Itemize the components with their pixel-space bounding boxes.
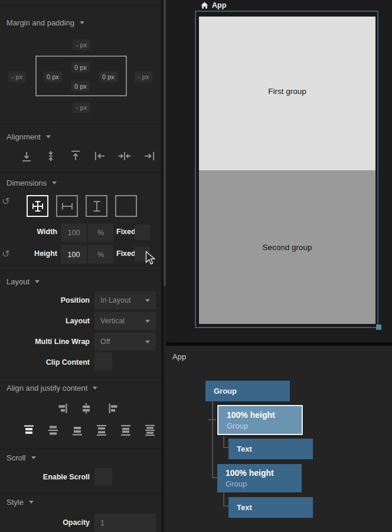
content-bottom-button[interactable]	[70, 423, 85, 438]
tree-node-label: 100% height	[227, 410, 302, 421]
section-header-alignment[interactable]: Alignment	[6, 132, 51, 141]
section-title: Align and justify content	[6, 384, 87, 392]
multi-line-wrap-label: Multi Line Wrap	[0, 338, 90, 346]
center-vertically-button[interactable]	[43, 148, 58, 164]
content-center-button[interactable]	[45, 423, 61, 438]
section-header-margin-padding[interactable]: Margin and padding	[6, 18, 84, 27]
section-divider	[0, 172, 161, 173]
justify-items-right-button[interactable]	[54, 401, 70, 416]
tree-connector	[223, 492, 224, 507]
fill-height-icon	[90, 200, 103, 213]
section-divider	[0, 377, 161, 378]
section-header-scroll[interactable]: Scroll	[6, 453, 36, 462]
chevron-down-icon	[35, 280, 40, 283]
second-group-element[interactable]: Second group	[199, 170, 375, 324]
layout-label: Layout	[0, 317, 90, 325]
space-around-icon	[120, 424, 132, 436]
layout-dropdown[interactable]: Vertical	[94, 312, 156, 330]
chevron-down-icon	[145, 299, 150, 302]
content-bottom-icon	[71, 424, 83, 436]
width-input[interactable]: 100	[61, 223, 87, 242]
tree-node-100-height-group-1[interactable]: 100% height Group	[217, 405, 303, 435]
justify-items-left-icon	[108, 403, 120, 414]
size-mode-fixed-button[interactable]	[115, 195, 137, 217]
multi-line-wrap-dropdown[interactable]: Off	[94, 333, 156, 351]
tree-node-label: Text	[237, 445, 252, 453]
space-between-button[interactable]	[94, 423, 109, 438]
height-fixed-label: Fixed	[116, 249, 136, 258]
section-title: Layout	[6, 277, 30, 286]
section-header-style[interactable]: Style	[6, 498, 34, 507]
tree-node-100-height-group-2[interactable]: 100% height Group	[217, 464, 302, 492]
width-fixed-checkbox[interactable]	[135, 225, 150, 240]
section-header-layout[interactable]: Layout	[6, 277, 40, 286]
width-label: Width	[0, 228, 57, 236]
align-bottom-button[interactable]	[19, 148, 34, 164]
chevron-down-icon	[145, 320, 150, 323]
opacity-input[interactable]: 1	[94, 514, 156, 532]
enable-scroll-checkbox[interactable]	[94, 468, 112, 486]
chevron-down-icon	[46, 135, 51, 138]
align-right-button[interactable]	[141, 148, 156, 164]
canvas-breadcrumb[interactable]: App	[201, 1, 226, 9]
justify-items-left-button[interactable]	[106, 401, 122, 416]
size-mode-fill-both-button[interactable]	[27, 195, 48, 217]
tree-node-sublabel: Group	[226, 479, 302, 489]
center-horizontally-button[interactable]	[117, 148, 132, 164]
section-header-align-justify[interactable]: Align and justify content	[6, 384, 97, 392]
width-unit[interactable]: %	[88, 223, 113, 242]
align-left-button[interactable]	[93, 148, 108, 164]
chevron-down-icon	[80, 21, 84, 24]
canvas-content: First group Second group	[199, 17, 375, 324]
space-evenly-button[interactable]	[142, 423, 158, 438]
padding-top-value[interactable]: 0 px	[71, 62, 90, 73]
size-mode-fill-width-button[interactable]	[56, 195, 78, 217]
section-title: Scroll	[6, 453, 26, 462]
mouse-cursor	[145, 251, 155, 265]
section-divider	[0, 270, 161, 271]
size-mode-fill-height-button[interactable]	[86, 195, 107, 217]
justify-items-center-icon	[80, 403, 92, 414]
layout-value: Vertical	[100, 317, 125, 325]
position-label: Position	[0, 296, 90, 304]
justify-items-center-button[interactable]	[79, 401, 94, 416]
canvas-resize-handle[interactable]	[376, 325, 381, 330]
tree-connector	[223, 447, 228, 448]
tree-node-group[interactable]: Group	[205, 381, 290, 401]
first-group-element[interactable]: First group	[199, 17, 375, 170]
padding-right-value[interactable]: 0 px	[99, 72, 117, 82]
margin-left-value[interactable]: - px	[8, 72, 26, 82]
tree-connector	[212, 401, 213, 478]
space-evenly-icon	[144, 424, 156, 436]
reset-width-icon[interactable]: ↺	[2, 197, 9, 206]
section-title: Margin and padding	[6, 18, 74, 27]
height-input[interactable]: 100	[61, 245, 87, 264]
margin-bottom-value[interactable]: - px	[73, 102, 90, 113]
align-top-button[interactable]	[68, 148, 83, 164]
height-unit[interactable]: %	[88, 245, 113, 264]
tree-node-text-1[interactable]: Text	[228, 439, 313, 459]
tree-node-text-2[interactable]: Text	[228, 497, 313, 518]
tree-connector	[208, 419, 217, 420]
padding-left-value[interactable]: 0 px	[44, 72, 62, 82]
section-title: Style	[6, 498, 24, 507]
content-center-icon	[47, 424, 59, 436]
margin-top-value[interactable]: - px	[73, 40, 90, 50]
content-top-button[interactable]	[21, 423, 37, 438]
clip-content-checkbox[interactable]	[94, 352, 112, 370]
chevron-down-icon	[29, 501, 34, 504]
app-canvas[interactable]: First group Second group	[195, 11, 378, 328]
padding-bottom-value[interactable]: 0 px	[71, 81, 90, 92]
margin-right-value[interactable]: - px	[135, 72, 152, 82]
position-dropdown[interactable]: In Layout	[94, 291, 156, 309]
section-header-dimensions[interactable]: Dimensions	[6, 179, 57, 187]
multi-line-wrap-value: Off	[100, 338, 110, 346]
canvas-pane: App First group Second group	[166, 0, 392, 343]
height-label: Height	[0, 249, 57, 258]
space-between-icon	[96, 424, 107, 436]
align-left-icon	[94, 150, 107, 163]
hierarchy-title: App	[172, 352, 186, 361]
space-around-button[interactable]	[118, 423, 133, 438]
position-value: In Layout	[100, 296, 130, 304]
fill-width-icon	[61, 200, 74, 213]
